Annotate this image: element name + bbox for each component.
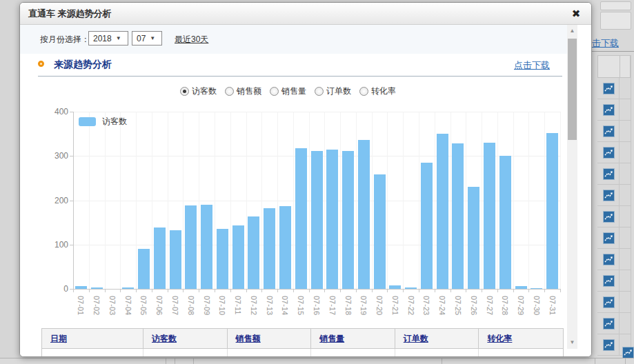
trend-chart-icon[interactable] [603,125,615,137]
bar-07-26[interactable] [468,187,479,289]
gridline [309,112,310,289]
metric-radio-2[interactable]: 销售额 [225,85,261,97]
bar-07-06[interactable] [154,228,166,289]
dialog-scrollbar[interactable]: ▲ ▼ [567,25,577,349]
bar-07-24[interactable] [437,134,448,289]
table-cell [395,349,479,356]
recent-30-days-link[interactable]: 最近30天 [175,34,208,46]
axis-tick [277,290,278,292]
trend-chart-icon[interactable] [622,347,634,358]
dialog-title-bar[interactable]: 直通车 来源趋势分析 ✖ [20,3,591,25]
scroll-up-icon[interactable]: ▲ [567,26,577,36]
bar-07-21[interactable] [389,285,401,289]
bar-07-28[interactable] [499,156,511,289]
trend-chart-icon[interactable] [603,104,615,116]
radio-icon[interactable] [270,87,279,96]
table-header-cell: 订单数 [395,329,479,348]
radio-icon[interactable] [225,87,234,96]
bar-07-11[interactable] [232,225,244,289]
gridline [152,112,152,289]
metric-radio-5[interactable]: 转化率 [359,85,396,97]
metric-radio-4[interactable]: 订单数 [315,85,351,97]
bar-07-04[interactable] [122,287,134,289]
trend-chart-icon[interactable] [603,211,615,223]
table-header-cell: 访客数 [143,329,228,348]
bar-07-29[interactable] [515,286,527,289]
axis-tick [199,290,199,292]
bar-07-01[interactable] [75,286,87,289]
radio-icon[interactable] [315,87,324,96]
bar-07-31[interactable] [546,133,558,289]
axis-tick [528,290,529,292]
download-link[interactable]: 点击下载 [514,59,550,72]
bar-07-13[interactable] [264,208,275,289]
bar-07-12[interactable] [248,216,259,289]
column-sort-link[interactable]: 转化率 [487,333,512,345]
bar-07-23[interactable] [421,163,433,289]
radio-icon[interactable] [359,87,368,96]
bar-07-17[interactable] [326,150,338,289]
bar-07-14[interactable] [279,206,291,289]
trend-chart-icon[interactable] [603,232,615,244]
bar-07-18[interactable] [342,151,354,289]
trend-chart-icon[interactable] [603,318,615,330]
trend-chart-icon[interactable] [603,275,615,287]
column-sort-link[interactable]: 日期 [50,333,67,345]
bar-07-15[interactable] [295,148,307,289]
gridline [246,112,247,289]
bar-07-10[interactable] [217,229,228,289]
trend-chart-icon[interactable] [603,296,615,308]
column-sort-link[interactable]: 销售量 [319,333,344,345]
trend-chart-icon[interactable] [603,190,615,201]
bar-07-20[interactable] [374,174,386,289]
y-axis-label: 200 [45,196,68,205]
trend-chart-icon[interactable] [603,168,615,180]
gridline [105,112,106,289]
radio-selected-icon[interactable] [180,87,189,96]
bar-07-27[interactable] [484,143,495,289]
metric-radio-3[interactable]: 销售量 [270,85,306,97]
bar-07-25[interactable] [452,143,464,289]
column-sort-link[interactable]: 订单数 [404,333,428,345]
bar-07-19[interactable] [358,140,370,289]
metric-radio-label: 转化率 [371,85,396,97]
table-cell [143,349,228,356]
chevron-down-icon: ▼ [116,35,121,41]
scrollbar-thumb[interactable] [568,39,577,140]
year-select[interactable]: 2018 ▼ [88,31,128,46]
chevron-down-icon: ▼ [150,35,155,41]
axis-tick [168,290,168,292]
metric-radio-label: 销售量 [281,85,306,97]
bar-07-09[interactable] [201,205,212,289]
trend-chart-icon[interactable] [603,147,615,159]
trend-chart-icon[interactable] [603,254,615,265]
background-page-right-strip: 点击下载 [592,0,634,364]
axis-tick [356,290,357,292]
axis-tick [105,290,106,292]
axis-tick [372,290,373,292]
bar-07-05[interactable] [138,249,150,289]
bar-07-30[interactable] [531,288,542,290]
metric-radio-1[interactable]: 访客数 [180,85,217,97]
column-sort-link[interactable]: 销售额 [236,333,261,345]
bar-07-07[interactable] [170,230,181,289]
bar-07-02[interactable] [91,287,103,289]
month-select[interactable]: 07 ▼ [132,31,162,46]
gridline [372,112,373,289]
gridline [168,112,168,289]
axis-tick [450,290,451,292]
month-filter-label: 按月份选择： [40,34,90,46]
table-header-cell: 日期 [42,329,143,348]
trend-analysis-dialog: 直通车 来源趋势分析 ✖ 按月份选择： 2018 ▼ 07 ▼ 最近30天 来源… [19,2,592,357]
bar-07-16[interactable] [311,151,323,289]
gridline [73,112,560,112]
bar-07-22[interactable] [405,287,417,289]
column-sort-link[interactable]: 访客数 [152,333,177,345]
trend-chart-icon[interactable] [603,339,615,351]
axis-tick [309,290,310,292]
bar-07-08[interactable] [185,205,197,289]
scroll-down-icon[interactable]: ▼ [567,338,577,347]
gridline [497,112,498,289]
trend-chart-icon[interactable] [603,83,615,94]
close-icon[interactable]: ✖ [569,7,583,21]
